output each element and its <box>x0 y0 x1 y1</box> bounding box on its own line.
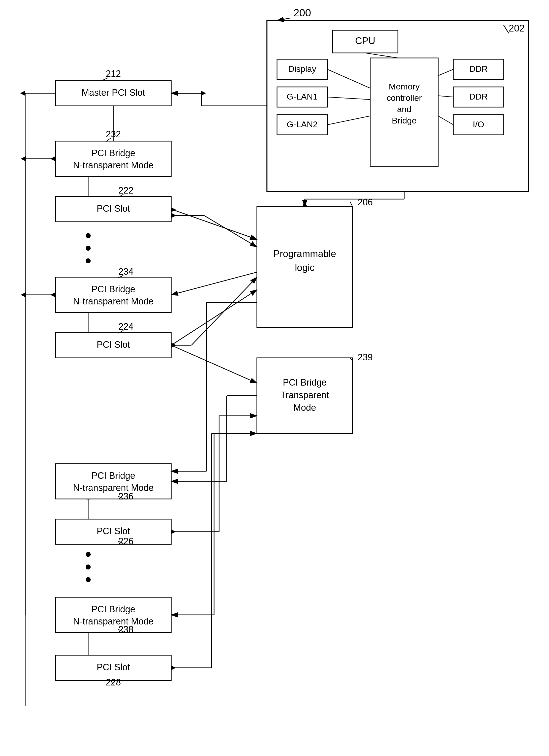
label-224: 224 <box>118 321 134 332</box>
pl-to-system-arrowhead <box>302 202 307 207</box>
pci-bridge-232-label1: PCI Bridge <box>91 148 135 158</box>
label-226: 226 <box>118 536 134 546</box>
ddr2-label: DDR <box>469 92 488 101</box>
label-202: 202 <box>509 23 525 34</box>
pci-bridge-234-box <box>55 277 171 312</box>
label206-arrow <box>350 202 352 207</box>
glan2-label: G-LAN2 <box>287 119 318 129</box>
memory-controller-label2: controller <box>386 93 422 103</box>
io-label: I/O <box>473 119 484 129</box>
prog-logic-label1: Programmable <box>273 248 336 259</box>
pci-bridge-transparent-label2: Transparent <box>280 390 329 400</box>
prog-logic-label2: logic <box>295 262 314 273</box>
pci-slot-222-label: PCI Slot <box>97 203 130 214</box>
pci-bridge-238-label1: PCI Bridge <box>91 604 135 614</box>
ddr1-label: DDR <box>469 64 488 74</box>
pci-bridge-transparent-label3: Mode <box>293 402 316 413</box>
pl-to-234-line <box>171 272 257 295</box>
pci-slot-226-label: PCI Slot <box>97 526 130 536</box>
label-200: 200 <box>293 7 311 19</box>
label-212: 212 <box>106 69 121 79</box>
label-238: 238 <box>118 624 134 635</box>
memory-controller-label: Memory <box>389 82 420 91</box>
slot222-left-arrowhead <box>171 213 176 218</box>
pci-bridge-236-box <box>55 464 171 499</box>
label-234: 234 <box>118 266 134 277</box>
slot224-to-pl-line <box>171 290 257 345</box>
dots2-3 <box>86 577 91 582</box>
dots2-2 <box>86 564 91 570</box>
pci-bridge-238-box <box>55 597 171 633</box>
pci-slot-224-label: PCI Slot <box>97 339 130 350</box>
slot224-to-bt-line <box>171 345 257 383</box>
masterpci-to-system-arrowhead <box>201 91 206 96</box>
diagram-svg: CPU Memory controller and Bridge Display… <box>0 0 549 756</box>
label-206: 206 <box>357 197 373 207</box>
slot222-to-pl-line <box>171 209 257 239</box>
pci232-left-arrowhead1 <box>50 156 55 161</box>
pci-slot-228-label: PCI Slot <box>97 662 130 672</box>
pci-bridge-232-box <box>55 141 171 176</box>
pci-bridge-232-label2: N-transparent Mode <box>73 160 154 170</box>
memory-controller-label4: Bridge <box>392 116 416 125</box>
slot222-pl-diag <box>204 215 257 247</box>
pci-bridge-transparent-label1: PCI Bridge <box>283 377 326 388</box>
pci-bridge-234-label1: PCI Bridge <box>91 284 135 294</box>
slot226-right-arrowhead <box>171 529 176 534</box>
pci-bridge-236-label1: PCI Bridge <box>91 470 135 481</box>
label-236: 236 <box>118 491 134 501</box>
pci-bridge-236-label2: N-transparent Mode <box>73 483 154 493</box>
cpu-label: CPU <box>355 36 375 46</box>
memory-controller-label3: and <box>397 104 411 114</box>
glan1-label: G-LAN1 <box>287 92 318 101</box>
dots2-1 <box>86 552 91 557</box>
slot228-right-arrowhead <box>171 665 176 670</box>
master-pci-slot-label: Master PCI Slot <box>82 87 145 98</box>
pci-bridge-234-label2: N-transparent Mode <box>73 296 154 306</box>
pl-to-slot222-arrowhead <box>171 207 176 212</box>
label-239: 239 <box>357 352 373 362</box>
dots1-2 <box>86 246 91 251</box>
label-228: 228 <box>106 677 121 687</box>
dots1-1 <box>86 233 91 238</box>
dots1-3 <box>86 258 91 263</box>
pci-bridge-238-label2: N-transparent Mode <box>73 616 154 626</box>
label-222: 222 <box>118 185 134 196</box>
display-label: Display <box>288 64 316 74</box>
masterpci-left-arrowhead <box>20 91 25 96</box>
pci234-left-arrowhead1 <box>50 292 55 297</box>
slot224-pl-diag <box>192 277 257 345</box>
diagram-container: CPU Memory controller and Bridge Display… <box>0 0 549 756</box>
